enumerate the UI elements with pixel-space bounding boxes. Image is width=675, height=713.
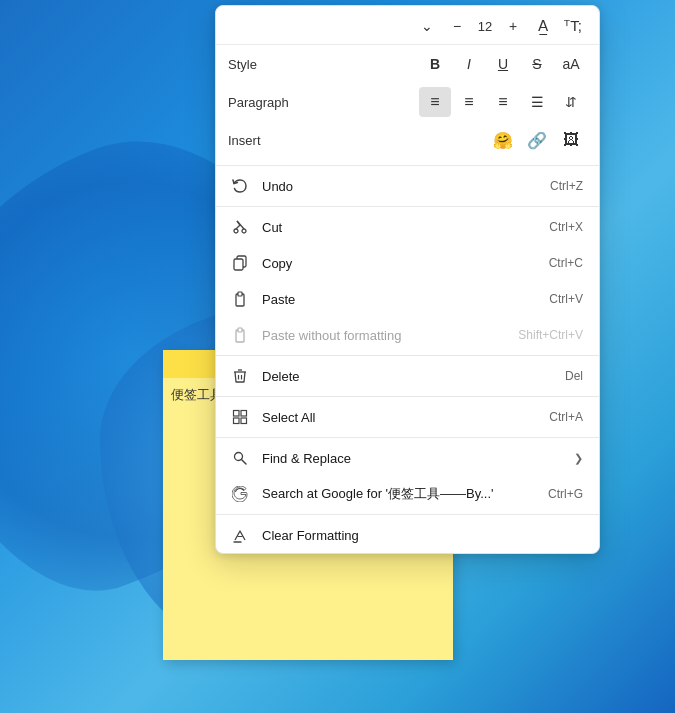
paste-no-format-shortcut: Shift+Ctrl+V (518, 328, 583, 342)
underline-button[interactable]: U (487, 49, 519, 79)
font-highlight-btn[interactable]: A̲ (529, 12, 557, 40)
copy-shortcut: Ctrl+C (549, 256, 583, 270)
svg-rect-18 (241, 418, 247, 424)
bold-button[interactable]: B (419, 49, 451, 79)
insert-emoji-button[interactable]: 🤗 (487, 125, 519, 155)
svg-rect-17 (234, 418, 240, 424)
clear-formatting-icon (230, 525, 250, 545)
search-google-icon (230, 484, 250, 504)
svg-line-2 (236, 225, 240, 229)
style-row: Style B I U S aA (216, 45, 599, 83)
find-replace-icon (230, 448, 250, 468)
align-right-button[interactable]: ≡ (487, 87, 519, 117)
paragraph-row: Paragraph ≡ ≡ ≡ ☰ ⇵ (216, 83, 599, 121)
search-google-shortcut: Ctrl+G (548, 487, 583, 501)
minus-icon: − (453, 18, 461, 34)
delete-label: Delete (262, 369, 565, 384)
cut-shortcut: Ctrl+X (549, 220, 583, 234)
divider-1 (216, 165, 599, 166)
select-all-shortcut: Ctrl+A (549, 410, 583, 424)
align-right-icon: ≡ (498, 93, 507, 111)
font-format-btn[interactable]: ᵀT; (559, 12, 587, 40)
emoji-icon: 🤗 (493, 131, 513, 150)
delete-icon (230, 366, 250, 386)
svg-rect-15 (234, 411, 240, 417)
paste-icon (230, 289, 250, 309)
insert-label: Insert (228, 133, 318, 148)
image-icon: 🖼 (563, 131, 579, 149)
align-center-icon: ≡ (464, 93, 473, 111)
menu-item-delete[interactable]: Delete Del (216, 358, 599, 394)
undo-icon (230, 176, 250, 196)
svg-point-1 (242, 229, 246, 233)
find-replace-label: Find & Replace (262, 451, 566, 466)
font-decrease-btn[interactable]: − (443, 12, 471, 40)
menu-item-paste-no-format: Paste without formatting Shift+Ctrl+V (216, 317, 599, 353)
divider-5 (216, 437, 599, 438)
plus-icon: + (509, 18, 517, 34)
line-spacing-button[interactable]: ⇵ (555, 87, 587, 117)
line-spacing-icon: ⇵ (565, 94, 577, 110)
delete-shortcut: Del (565, 369, 583, 383)
undo-shortcut: Ctrl+Z (550, 179, 583, 193)
paste-no-format-label: Paste without formatting (262, 328, 518, 343)
text-format-icon: ᵀT; (564, 17, 582, 35)
menu-item-cut[interactable]: Cut Ctrl+X (216, 209, 599, 245)
link-icon: 🔗 (527, 131, 547, 150)
divider-3 (216, 355, 599, 356)
highlight-icon: A̲ (538, 17, 548, 35)
style-label: Style (228, 57, 318, 72)
case-toggle-icon: aA (562, 56, 579, 72)
menu-item-search-google[interactable]: Search at Google for '便签工具——By...' Ctrl+… (216, 476, 599, 512)
chevron-down-icon: ⌄ (421, 18, 433, 34)
menu-item-find-replace[interactable]: Find & Replace ❯ (216, 440, 599, 476)
search-google-label: Search at Google for '便签工具——By...' (262, 485, 548, 503)
divider-6 (216, 514, 599, 515)
style-btn-group: B I U S aA (419, 49, 587, 79)
copy-label: Copy (262, 256, 549, 271)
select-all-icon (230, 407, 250, 427)
menu-item-undo[interactable]: Undo Ctrl+Z (216, 168, 599, 204)
svg-rect-8 (238, 292, 242, 296)
font-size-row: ⌄ − 12 + A̲ ᵀT; (216, 6, 599, 45)
paste-no-format-icon (230, 325, 250, 345)
font-dropdown-btn[interactable]: ⌄ (413, 12, 441, 40)
menu-item-paste[interactable]: Paste Ctrl+V (216, 281, 599, 317)
align-center-button[interactable]: ≡ (453, 87, 485, 117)
font-size-value: 12 (473, 19, 497, 34)
copy-icon (230, 253, 250, 273)
context-menu: ⌄ − 12 + A̲ ᵀT; Style B I U (215, 5, 600, 554)
cut-label: Cut (262, 220, 549, 235)
insert-image-button[interactable]: 🖼 (555, 125, 587, 155)
italic-button[interactable]: I (453, 49, 485, 79)
menu-item-clear-formatting[interactable]: Clear Formatting (216, 517, 599, 553)
menu-item-copy[interactable]: Copy Ctrl+C (216, 245, 599, 281)
align-left-icon: ≡ (430, 93, 439, 111)
underline-icon: U (498, 56, 508, 72)
paragraph-btn-group: ≡ ≡ ≡ ☰ ⇵ (419, 87, 587, 117)
paste-label: Paste (262, 292, 549, 307)
undo-label: Undo (262, 179, 550, 194)
menu-item-select-all[interactable]: Select All Ctrl+A (216, 399, 599, 435)
divider-4 (216, 396, 599, 397)
font-increase-btn[interactable]: + (499, 12, 527, 40)
paragraph-label: Paragraph (228, 95, 318, 110)
svg-line-20 (242, 460, 247, 465)
divider-2 (216, 206, 599, 207)
svg-rect-16 (241, 411, 247, 417)
clear-formatting-label: Clear Formatting (262, 528, 583, 543)
insert-link-button[interactable]: 🔗 (521, 125, 553, 155)
strikethrough-button[interactable]: S (521, 49, 553, 79)
insert-row: Insert 🤗 🔗 🖼 (216, 121, 599, 163)
find-replace-arrow: ❯ (574, 452, 583, 465)
svg-point-0 (234, 229, 238, 233)
select-all-label: Select All (262, 410, 549, 425)
strikethrough-icon: S (532, 56, 541, 72)
svg-rect-6 (234, 259, 243, 270)
case-toggle-button[interactable]: aA (555, 49, 587, 79)
align-justify-button[interactable]: ☰ (521, 87, 553, 117)
align-justify-icon: ☰ (531, 94, 544, 110)
align-left-button[interactable]: ≡ (419, 87, 451, 117)
svg-rect-10 (238, 328, 242, 332)
insert-btn-group: 🤗 🔗 🖼 (487, 125, 587, 155)
